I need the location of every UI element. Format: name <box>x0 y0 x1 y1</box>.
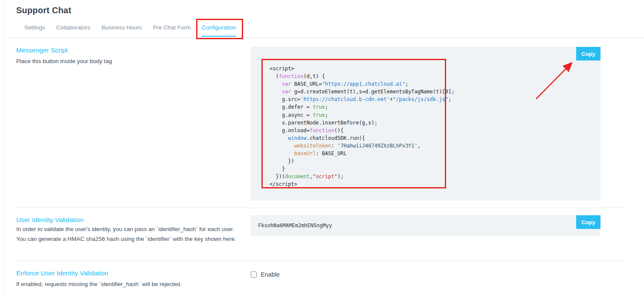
enforce-identity-description: If enabled, requests missing the `identi… <box>16 279 241 289</box>
tab-pre-chat-form[interactable]: Pre Chat Form <box>153 24 191 37</box>
tab-collaborators[interactable]: Collaborators <box>56 24 90 37</box>
enforce-identity-heading: Enforce User Identity Validation <box>16 269 108 277</box>
header-divider <box>3 38 644 38</box>
copy-hash-button[interactable]: Copy <box>576 215 600 229</box>
identity-hash-value: FksohNa6MAMEm2mhEN5ngMyy <box>258 215 332 236</box>
enforce-enable-checkbox[interactable] <box>251 272 257 278</box>
page-title: Support Chat <box>16 6 71 15</box>
section-divider-1 <box>16 208 628 208</box>
messenger-script-code: <script> (function(d,t) { var BASE_URL="… <box>263 60 445 193</box>
user-identity-description: In order to validate the user's identity… <box>16 224 241 244</box>
messenger-script-panel: Copy <script> (function(d,t) { var BASE_… <box>251 47 600 200</box>
support-chat-page: Support Chat SettingsCollaboratorsBusine… <box>0 0 644 292</box>
section-divider-2 <box>16 260 628 261</box>
tab-business-hours[interactable]: Business Hours <box>102 24 142 37</box>
tab-bar: SettingsCollaboratorsBusiness HoursPre C… <box>24 24 236 37</box>
enforce-enable-label[interactable]: Enable <box>261 271 280 278</box>
identity-hash-panel: FksohNa6MAMEm2mhEN5ngMyy Copy <box>251 215 600 236</box>
annotation-rect-code: <script> (function(d,t) { var BASE_URL="… <box>261 59 446 188</box>
tab-configuration[interactable]: Configuration <box>202 24 236 37</box>
user-identity-heading: User Identity Validation <box>16 216 84 224</box>
page-left-border <box>3 0 4 292</box>
tab-settings[interactable]: Settings <box>24 24 45 37</box>
messenger-script-description: Place this button inside your body tag <box>16 56 241 66</box>
copy-script-button[interactable]: Copy <box>576 47 600 61</box>
enforce-enable-row: Enable <box>251 271 280 278</box>
messenger-script-heading: Messenger Script <box>16 46 68 54</box>
